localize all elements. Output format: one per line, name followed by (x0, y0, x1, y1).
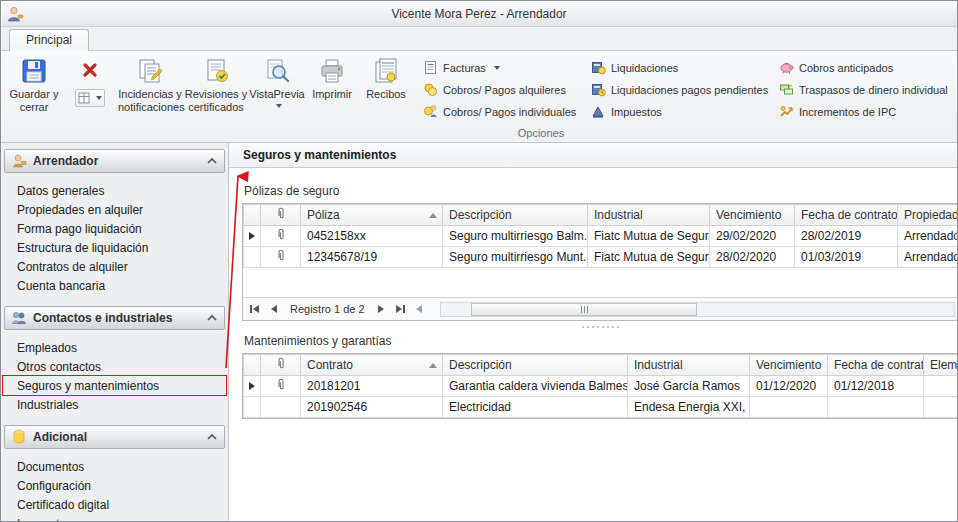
vistaprevia-button[interactable]: VistaPrevia (249, 51, 305, 109)
last-record-button[interactable] (392, 301, 409, 318)
attachment-cell[interactable] (261, 397, 301, 418)
cell-poliza[interactable]: 12345678/19 (301, 247, 443, 268)
imprimir-button[interactable]: Imprimir (305, 51, 359, 102)
facturas-button[interactable]: Facturas (419, 58, 587, 77)
sidebar-item-industriales[interactable]: Industriales (3, 395, 226, 414)
col-header-descripcion[interactable]: Descripción (443, 205, 588, 226)
table-row[interactable]: 0452158xx Seguro multirriesgo Balm... Fi… (244, 226, 958, 247)
col-header-vencimiento[interactable]: Vencimiento (710, 205, 795, 226)
attachment-column-header[interactable] (261, 355, 301, 376)
cell-descripcion[interactable]: Seguro multirriesgo Munt... (443, 247, 588, 268)
table-row[interactable]: 20181201 Garantia caldera vivienda Balme… (244, 376, 958, 397)
sidebar-item-datos-generales[interactable]: Datos generales (3, 181, 226, 200)
sidebar-item-propiedades-alquiler[interactable]: Propiedades en alquiler (3, 200, 226, 219)
cell-fecha-contrato[interactable]: 01/12/2018 (828, 376, 924, 397)
table-row[interactable]: 201902546 Electricidad Endesa Energia XX… (244, 397, 958, 418)
col-header-vencimiento[interactable]: Vencimiento (750, 355, 828, 376)
sidebar-item-impuestos[interactable]: Impuestos (3, 514, 226, 521)
cell-descripcion[interactable]: Electricidad (443, 397, 628, 418)
attachment-cell[interactable] (261, 226, 301, 247)
scroll-left-button[interactable] (411, 301, 428, 318)
layout-dropdown-button[interactable] (75, 89, 105, 107)
sidebar-item-estructura-liquidacion[interactable]: Estructura de liquidación (3, 238, 226, 257)
liquidaciones-button[interactable]: Liquidaciones (587, 58, 775, 77)
splitter-grip[interactable] (242, 324, 957, 330)
cell-vencimiento[interactable]: 28/02/2020 (710, 247, 795, 268)
page-title: Seguros y mantenimientos (229, 143, 957, 168)
chevron-up-icon[interactable] (206, 433, 218, 441)
chevron-up-icon[interactable] (206, 157, 218, 165)
cell-vencimiento[interactable]: 01/12/2020 (750, 376, 828, 397)
cell-fecha-contrato[interactable]: 01/03/2019 (795, 247, 898, 268)
save-close-button[interactable]: Guardar y cerrar (1, 51, 67, 114)
attachment-cell[interactable] (261, 376, 301, 397)
cell-vencimiento[interactable] (750, 397, 828, 418)
sidebar-group-contactos[interactable]: Contactos e industriales (4, 306, 225, 330)
sidebar-item-documentos[interactable]: Documentos (3, 457, 226, 476)
close-button[interactable] (79, 59, 101, 81)
cell-descripcion[interactable]: Garantia caldera vivienda Balmes 201 At-… (443, 376, 628, 397)
col-header-elemento[interactable]: Eleme (924, 355, 958, 376)
sidebar-item-certificado-digital[interactable]: Certificado digital (3, 495, 226, 514)
tab-principal[interactable]: Principal (9, 29, 89, 51)
attachment-cell[interactable] (261, 247, 301, 268)
col-header-propiedad[interactable]: Propiedad (898, 205, 958, 226)
cell-industrial[interactable]: Fiatc Mutua de Segur... (588, 226, 710, 247)
col-header-descripcion[interactable]: Descripción (443, 355, 628, 376)
cell-propiedad[interactable]: Arrendador (898, 226, 958, 247)
scrollbar-thumb[interactable] (471, 303, 697, 316)
sidebar-item-seguros-mantenimientos[interactable]: Seguros y mantenimientos (3, 376, 226, 395)
impuestos-button[interactable]: Impuestos (587, 102, 775, 121)
title-bar: Vicente Mora Perez - Arrendador (1, 1, 957, 27)
sidebar-item-forma-pago[interactable]: Forma pago liquidación (3, 219, 226, 238)
chevron-up-icon[interactable] (206, 314, 218, 322)
traspasos-button[interactable]: Traspasos de dinero individual (775, 80, 957, 99)
cobros-anticipados-button[interactable]: Cobros anticipados (775, 58, 957, 77)
cell-industrial[interactable]: Endesa Energia XXI, ... (628, 397, 750, 418)
table-row[interactable]: 12345678/19 Seguro multirriesgo Munt... … (244, 247, 958, 268)
cobros-pagos-individuales-button[interactable]: Cobros/ Pagos individuales (419, 102, 587, 121)
cobros-pagos-alquileres-button[interactable]: Cobros/ Pagos alquileres (419, 80, 587, 99)
col-header-poliza[interactable]: Póliza (301, 205, 443, 226)
sidebar-item-contratos-alquiler[interactable]: Contratos de alquiler (3, 257, 226, 276)
cell-propiedad[interactable]: Arrendador (898, 247, 958, 268)
cell-fecha-contrato[interactable] (828, 397, 924, 418)
first-record-button[interactable] (246, 301, 263, 318)
cell-descripcion[interactable]: Seguro multirriesgo Balm... (443, 226, 588, 247)
incrementos-ipc-label: Incrementos de IPC (799, 106, 896, 118)
liquidaciones-label: Liquidaciones (611, 62, 678, 74)
horizontal-scrollbar[interactable] (440, 302, 955, 317)
sidebar-group-adicional[interactable]: Adicional (4, 425, 225, 449)
revisiones-button[interactable]: Revisiones y certificados (183, 51, 249, 114)
recibos-button[interactable]: Recibos (359, 51, 413, 102)
database-icon (11, 429, 27, 445)
attachment-column-header[interactable] (261, 205, 301, 226)
col-header-fecha-contrato[interactable]: Fecha de contrato (828, 355, 924, 376)
cell-fecha-contrato[interactable]: 28/02/2019 (795, 226, 898, 247)
chevron-down-icon (276, 104, 282, 108)
cell-contrato[interactable]: 201902546 (301, 397, 443, 418)
cell-elemento[interactable] (924, 376, 958, 397)
cell-poliza[interactable]: 0452158xx (301, 226, 443, 247)
cell-elemento[interactable] (924, 397, 958, 418)
sidebar-item-otros-contactos[interactable]: Otros contactos (3, 357, 226, 376)
col-header-industrial[interactable]: Industrial (588, 205, 710, 226)
sidebar-item-configuracion[interactable]: Configuración (3, 476, 226, 495)
col-header-contrato[interactable]: Contrato (301, 355, 443, 376)
sidebar-item-cuenta-bancaria[interactable]: Cuenta bancaria (3, 276, 226, 295)
col-header-industrial[interactable]: Industrial (628, 355, 750, 376)
prev-record-button[interactable] (265, 301, 282, 318)
sidebar-group-arrendador[interactable]: Arrendador (4, 149, 225, 173)
cell-industrial[interactable]: Fiatc Mutua de Segur... (588, 247, 710, 268)
sidebar-item-empleados[interactable]: Empleados (3, 338, 226, 357)
save-close-label: Guardar y cerrar (2, 88, 66, 113)
liquidaciones-pendientes-button[interactable]: Liquidaciones pagos pendientes (587, 80, 775, 99)
cell-industrial[interactable]: José García Ramos (628, 376, 750, 397)
incidencias-button[interactable]: Incidencias y notificaciones (117, 51, 183, 114)
next-record-button[interactable] (373, 301, 390, 318)
col-header-fecha-contrato[interactable]: Fecha de contrato (795, 205, 898, 226)
polizas-header-row: Póliza Descripción Industrial Vencimient… (244, 205, 958, 226)
cell-vencimiento[interactable]: 29/02/2020 (710, 226, 795, 247)
cell-contrato[interactable]: 20181201 (301, 376, 443, 397)
incrementos-ipc-button[interactable]: Incrementos de IPC (775, 102, 957, 121)
